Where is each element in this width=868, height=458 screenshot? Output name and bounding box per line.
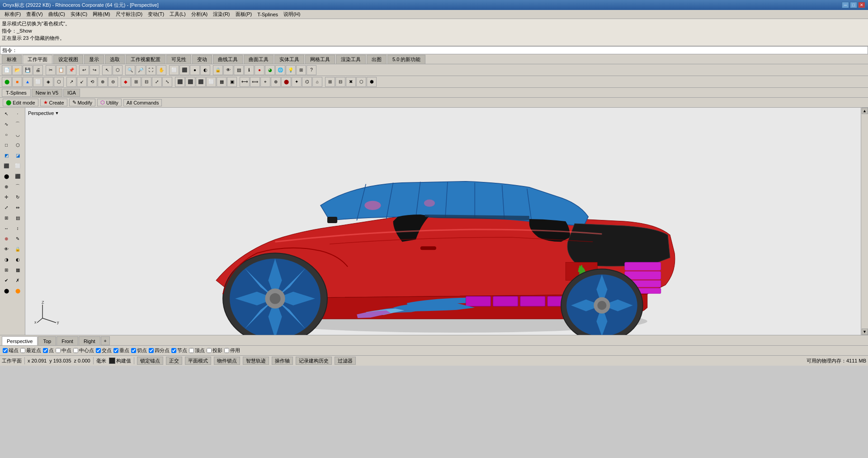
tb2-14[interactable]: ⊟ xyxy=(142,77,151,87)
snap-knot[interactable]: 节点 xyxy=(171,347,187,354)
tb2-13[interactable]: ⊞ xyxy=(131,77,141,87)
tab-solid-tools[interactable]: 实体工具 xyxy=(274,55,304,64)
tb-grid[interactable]: ⊞ xyxy=(296,65,306,75)
menu-mesh[interactable]: 网格(M) xyxy=(90,10,113,19)
snap-endpoint[interactable]: 端点 xyxy=(3,347,19,354)
lt-loft[interactable]: ⬜ xyxy=(12,161,23,171)
tb2-17[interactable]: ⬛ xyxy=(175,77,185,87)
tb2-2[interactable]: ■ xyxy=(12,77,22,87)
tb2-23[interactable]: ⟷ xyxy=(240,77,250,87)
tab-new-features[interactable]: 5.0 的新功能 xyxy=(387,55,425,64)
tab-visibility[interactable]: 可见性 xyxy=(166,55,191,64)
snap-intersection[interactable]: 交点 xyxy=(96,347,112,354)
lt-misc2[interactable]: ⬤ xyxy=(12,286,23,296)
tb-zoom-all[interactable]: ⛶ xyxy=(146,65,156,75)
menu-file[interactable]: 标准(F) xyxy=(2,10,24,19)
tb-undo[interactable]: ↩ xyxy=(79,65,89,75)
tab-render-tools[interactable]: 渲染工具 xyxy=(336,55,366,64)
menu-render[interactable]: 渲染(R) xyxy=(210,10,232,19)
lt-mat[interactable]: ◐ xyxy=(12,254,23,264)
lt-solid1[interactable]: ⬤ xyxy=(1,171,12,181)
lt-dim1[interactable]: ↔ xyxy=(1,223,12,233)
tb2-19[interactable]: ⬛ xyxy=(196,77,206,87)
lt-surface2[interactable]: ◪ xyxy=(12,150,23,160)
lt-snap2[interactable]: ✎ xyxy=(12,234,23,243)
lt-mirror[interactable]: ⇔ xyxy=(12,202,23,212)
tb2-11[interactable]: ⊖ xyxy=(108,77,118,87)
tb-select[interactable]: ↖ xyxy=(102,65,112,75)
view-tab-right[interactable]: Right xyxy=(79,336,100,345)
tb-new[interactable]: 📄 xyxy=(2,65,12,75)
snap-nearest[interactable]: 最近点 xyxy=(20,347,41,354)
menu-dimension[interactable]: 尺寸标注(D) xyxy=(113,10,145,19)
menu-help[interactable]: 说明(H) xyxy=(281,10,303,19)
menu-transform[interactable]: 变动(T) xyxy=(145,10,167,19)
tb-light[interactable]: 💡 xyxy=(286,65,296,75)
tb2-27[interactable]: ⬤ xyxy=(281,77,291,87)
lt-mesh1[interactable]: ⊞ xyxy=(1,265,12,275)
tb-env[interactable]: 🌐 xyxy=(275,65,285,75)
tb2-24[interactable]: ⟺ xyxy=(250,77,260,87)
tb-layer[interactable]: ▤ xyxy=(234,65,244,75)
tb2-30[interactable]: ⌂ xyxy=(312,77,322,87)
tb2-10[interactable]: ⊕ xyxy=(98,77,108,87)
snap-midpoint[interactable]: 中点 xyxy=(56,347,71,354)
menu-analyze[interactable]: 分析(A) xyxy=(189,10,211,19)
lt-scale[interactable]: ⤢ xyxy=(1,202,12,212)
tab-curve-tools[interactable]: 曲线工具 xyxy=(213,55,243,64)
tb-help[interactable]: ? xyxy=(307,65,316,75)
tb-wire[interactable]: ⬜ xyxy=(169,65,179,75)
tb2-6[interactable]: ⬡ xyxy=(54,77,64,87)
tab-display[interactable]: 显示 xyxy=(84,55,104,64)
scroll-down-btn[interactable]: ▼ xyxy=(862,329,868,335)
tb2-16[interactable]: ⤡ xyxy=(162,77,172,87)
snap-center[interactable]: 中心点 xyxy=(73,347,94,354)
tb2-31[interactable]: ⊞ xyxy=(325,77,335,87)
lt-snap1[interactable]: ⊕ xyxy=(1,234,12,243)
tb-mat[interactable]: ● xyxy=(255,65,264,75)
tb2-22[interactable]: ▣ xyxy=(227,77,237,87)
snap-perpendicular[interactable]: 垂点 xyxy=(113,347,129,354)
viewport[interactable]: Perspective ▼ xyxy=(25,108,861,335)
filter-btn[interactable]: 过滤器 xyxy=(335,357,356,365)
tb-shade[interactable]: ⬛ xyxy=(179,65,189,75)
tb-analyze[interactable]: ◐ xyxy=(200,65,210,75)
tb-hide[interactable]: 👁 xyxy=(223,65,233,75)
tspline-tab-new[interactable]: New in V5 xyxy=(32,89,62,97)
tb-zoom-out[interactable]: 🔎 xyxy=(136,65,146,75)
tab-transform[interactable]: 变动 xyxy=(192,55,212,64)
lt-boolean[interactable]: ⊕ xyxy=(1,181,12,191)
tb-paste[interactable]: 📌 xyxy=(66,65,76,75)
tb-print[interactable]: 🖨 xyxy=(33,65,43,75)
lt-curve1[interactable]: ∿ xyxy=(1,119,12,129)
lt-point[interactable]: · xyxy=(12,109,23,119)
view-tab-top[interactable]: Top xyxy=(38,336,56,345)
tb2-9[interactable]: ⟲ xyxy=(87,77,97,87)
lt-lock[interactable]: 🔒 xyxy=(12,244,23,254)
tb2-35[interactable]: ⬢ xyxy=(367,77,377,87)
lt-fillet[interactable]: ⌒ xyxy=(12,181,23,191)
lt-arc[interactable]: ◡ xyxy=(12,129,23,139)
ts-modify-btn[interactable]: ✎ Modify xyxy=(69,99,95,106)
tab-viewport-config[interactable]: 工作视窗配置 xyxy=(126,55,165,64)
lt-solid2[interactable]: ⬛ xyxy=(12,171,23,181)
lt-surface1[interactable]: ◩ xyxy=(1,150,12,160)
viewport-dropdown-arrow[interactable]: ▼ xyxy=(55,111,59,115)
tb-render[interactable]: ● xyxy=(190,65,200,75)
tb2-32[interactable]: ⊟ xyxy=(335,77,345,87)
menu-view[interactable]: 查看(V) xyxy=(24,10,46,19)
tb2-5[interactable]: ◈ xyxy=(43,77,53,87)
history-btn[interactable]: 记录建构历史 xyxy=(296,357,332,365)
tab-mesh-tools[interactable]: 网格工具 xyxy=(305,55,335,64)
tb2-28[interactable]: ✦ xyxy=(292,77,302,87)
tb2-26[interactable]: ⊕ xyxy=(271,77,281,87)
tb2-7[interactable]: ↗ xyxy=(66,77,76,87)
maximize-button[interactable]: □ xyxy=(850,2,857,8)
ts-utility-btn[interactable]: ⬡ Utility xyxy=(97,99,122,106)
lt-select[interactable]: ↖ xyxy=(1,109,12,119)
view-tab-add-btn[interactable]: + xyxy=(101,336,110,345)
view-tab-perspective[interactable]: Perspective xyxy=(2,336,38,345)
snap-vertex[interactable]: 顶点 xyxy=(189,347,205,354)
plane-mode-btn[interactable]: 平面模式 xyxy=(185,357,211,365)
view-tab-front[interactable]: Front xyxy=(57,336,78,345)
